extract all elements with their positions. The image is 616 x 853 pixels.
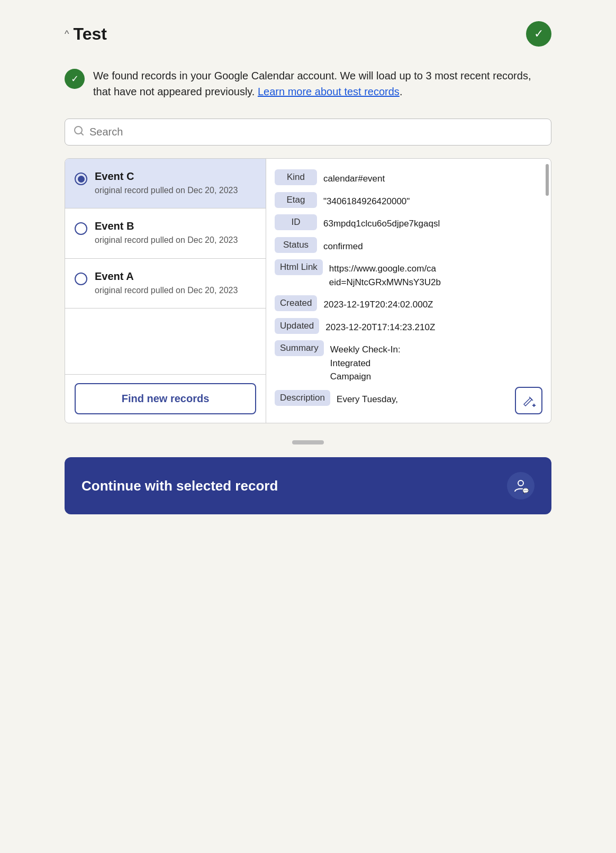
detail-row-kind: Kind calendar#event [275, 169, 540, 186]
svg-point-5 [518, 480, 523, 486]
value-id: 63mpdq1clcu6o5djpe7kgaqsl [323, 214, 440, 231]
detail-row-etag: Etag "3406184926420000" [275, 192, 540, 208]
info-check-icon: ✓ [65, 69, 85, 89]
search-input[interactable] [89, 126, 542, 138]
label-id: ID [275, 214, 317, 230]
label-summary: Summary [275, 340, 324, 356]
detail-row-id: ID 63mpdq1clcu6o5djpe7kgaqsl [275, 214, 540, 231]
info-banner: ✓ We found records in your Google Calend… [65, 68, 551, 99]
value-status: confirmed [323, 237, 363, 253]
value-etag: "3406184926420000" [323, 192, 410, 208]
detail-panel: Kind calendar#event Etag "34061849264200… [266, 159, 551, 423]
event-c-name: Event C [95, 170, 238, 183]
info-text: We found records in your Google Calendar… [93, 68, 551, 99]
event-c-info: Event C original record pulled on Dec 20… [95, 170, 238, 196]
page-title: Test [73, 24, 106, 44]
find-new-records-button[interactable]: Find new records [75, 383, 256, 414]
event-item-c[interactable]: Event C original record pulled on Dec 20… [65, 159, 266, 208]
search-container [65, 119, 551, 146]
event-list: Event C original record pulled on Dec 20… [65, 159, 266, 423]
scroll-indicator [546, 164, 549, 196]
value-created: 2023-12-19T20:24:02.000Z [323, 295, 433, 312]
detail-row-summary: Summary Weekly Check-In:IntegratedCampai… [275, 340, 540, 384]
event-b-info: Event B original record pulled on Dec 20… [95, 220, 238, 246]
value-kind: calendar#event [323, 169, 385, 186]
event-item-a[interactable]: Event A original record pulled on Dec 20… [65, 259, 266, 308]
detail-row-status: Status confirmed [275, 237, 540, 253]
radio-event-a[interactable] [75, 273, 87, 285]
detail-row-htmllink: Html Link https://www.google.com/caeid=N… [275, 259, 540, 289]
event-item-b[interactable]: Event B original record pulled on Dec 20… [65, 208, 266, 258]
page-header: ^ Test ✓ [65, 21, 551, 47]
collapse-chevron[interactable]: ^ [65, 29, 69, 40]
event-b-sub: original record pulled on Dec 20, 2023 [95, 234, 238, 246]
event-a-sub: original record pulled on Dec 20, 2023 [95, 285, 238, 296]
svg-line-1 [81, 133, 84, 135]
find-btn-wrap: Find new records [65, 375, 266, 423]
label-updated: Updated [275, 318, 319, 334]
learn-more-link[interactable]: Learn more about test records [258, 86, 400, 97]
label-htmllink: Html Link [275, 259, 323, 275]
detail-row-description: Description Every Tuesday, [275, 390, 540, 406]
detail-row-created: Created 2023-12-19T20:24:02.000Z [275, 295, 540, 312]
continue-icon: 💬 [507, 472, 535, 500]
label-kind: Kind [275, 169, 317, 185]
svg-text:💬: 💬 [522, 487, 529, 494]
radio-event-b[interactable] [75, 222, 87, 235]
edit-button[interactable] [515, 387, 542, 414]
label-created: Created [275, 295, 317, 311]
label-status: Status [275, 237, 317, 253]
value-summary: Weekly Check-In:IntegratedCampaign [330, 340, 401, 384]
event-b-name: Event B [95, 220, 238, 232]
event-empty-row [65, 308, 266, 375]
event-a-name: Event A [95, 270, 238, 283]
continue-button[interactable]: Continue with selected record 💬 [65, 457, 551, 514]
header-check-icon: ✓ [526, 21, 551, 47]
continue-button-label: Continue with selected record [81, 478, 278, 494]
horizontal-scroll-indicator [292, 440, 324, 444]
event-c-sub: original record pulled on Dec 20, 2023 [95, 185, 238, 196]
radio-event-c[interactable] [75, 173, 87, 185]
event-a-info: Event A original record pulled on Dec 20… [95, 270, 238, 296]
value-htmllink: https://www.google.com/caeid=NjNtcGRxMWN… [329, 259, 441, 289]
value-updated: 2023-12-20T17:14:23.210Z [325, 318, 435, 334]
detail-row-updated: Updated 2023-12-20T17:14:23.210Z [275, 318, 540, 334]
label-etag: Etag [275, 192, 317, 208]
search-icon [74, 125, 84, 139]
header-left: ^ Test [65, 24, 107, 44]
value-description: Every Tuesday, [337, 390, 398, 406]
label-description: Description [275, 390, 330, 406]
main-panel: Event C original record pulled on Dec 20… [65, 158, 551, 423]
